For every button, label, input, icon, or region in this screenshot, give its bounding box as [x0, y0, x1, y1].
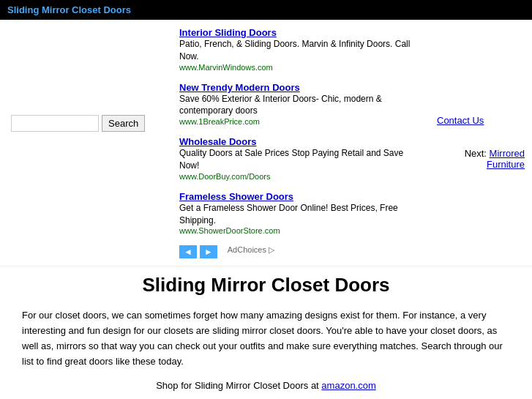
ad-url: www.1BreakPrice.com — [179, 117, 422, 126]
ad-item: Frameless Shower Doors Get a Frameless S… — [179, 191, 422, 236]
ad-item: Interior Sliding Doors Patio, French, & … — [179, 27, 422, 72]
ad-choices-label: AdChoices ▷ — [228, 245, 274, 258]
header-bar: Sliding Mirror Closet Doors — [0, 0, 532, 20]
ad-desc: Save 60% Exterior & Interior Doors- Chic… — [179, 93, 422, 118]
page-heading: Sliding Mirror Closet Doors — [22, 274, 510, 297]
ad-title[interactable]: Wholesale Doors — [179, 136, 422, 147]
shop-prefix: Shop for Sliding Mirror Closet Doors at — [156, 380, 321, 391]
ads-section: Interior Sliding Doors Patio, French, & … — [176, 20, 430, 266]
left-sidebar: Search — [0, 20, 176, 266]
ad-url: www.ShowerDoorStore.com — [179, 226, 422, 235]
shop-line: Shop for Sliding Mirror Closet Doors at … — [22, 380, 510, 391]
ad-next-button[interactable]: ► — [200, 245, 217, 258]
ad-title[interactable]: Frameless Shower Doors — [179, 191, 422, 202]
ad-desc: Quality Doors at Sale Prices Stop Paying… — [179, 147, 422, 172]
ad-desc: Patio, French, & Sliding Doors. Marvin &… — [179, 38, 422, 63]
search-button[interactable]: Search — [102, 115, 145, 132]
search-box: Search — [11, 115, 165, 132]
ad-navigation: ◄ ► AdChoices ▷ — [179, 245, 422, 258]
search-input[interactable] — [11, 115, 99, 132]
page-description: For our closet doors, we can sometimes f… — [22, 308, 510, 369]
ad-desc: Get a Frameless Shower Door Online! Best… — [179, 202, 422, 227]
ad-url: www.MarvinWindows.com — [179, 63, 422, 72]
content-area: Sliding Mirror Closet Doors For our clos… — [0, 266, 532, 399]
shop-amazon-link[interactable]: amazon.com — [321, 380, 375, 391]
next-link-wrapper: Next: Mirrored Furniture — [437, 148, 525, 170]
ad-prev-button[interactable]: ◄ — [179, 245, 197, 258]
ad-item: Wholesale Doors Quality Doors at Sale Pr… — [179, 136, 422, 181]
header-title-link[interactable]: Sliding Mirror Closet Doors — [7, 4, 131, 15]
right-sidebar: Contact Us Next: Mirrored Furniture — [430, 20, 532, 266]
top-section: Search Interior Sliding Doors Patio, Fre… — [0, 20, 532, 266]
ad-title[interactable]: Interior Sliding Doors — [179, 27, 422, 38]
ad-url: www.DoorBuy.com/Doors — [179, 172, 422, 181]
next-link[interactable]: Mirrored Furniture — [487, 148, 525, 170]
ad-item: New Trendy Modern Doors Save 60% Exterio… — [179, 82, 422, 127]
ad-title[interactable]: New Trendy Modern Doors — [179, 82, 422, 93]
next-label: Next: — [465, 148, 487, 159]
contact-us-link[interactable]: Contact Us — [437, 115, 525, 126]
